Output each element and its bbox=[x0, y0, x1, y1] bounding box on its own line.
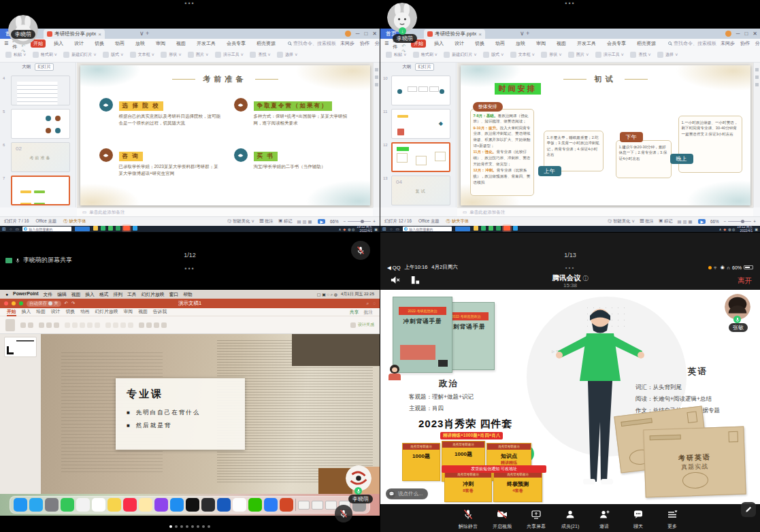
taskbar-wps-active[interactable] bbox=[503, 226, 510, 231]
toolbar-演示工具[interactable]: 演示工具 ∨ bbox=[215, 52, 244, 58]
ribbon-tab-11[interactable]: 稻壳资源 bbox=[254, 39, 278, 48]
dock-item-photos[interactable] bbox=[76, 498, 90, 512]
ribbon-tab-3[interactable]: 设计 bbox=[452, 39, 467, 48]
account-avatar[interactable] bbox=[725, 31, 731, 37]
toolbar-members[interactable]: 成员(21) bbox=[557, 509, 584, 532]
toolbar-文本框[interactable]: 文本框 ∨ bbox=[130, 52, 155, 58]
ppt-tab-动画[interactable]: 动画 bbox=[80, 308, 90, 316]
toolbar-cam-off[interactable]: 开启视频 bbox=[489, 509, 516, 532]
leave-meeting-button[interactable]: 离开 bbox=[738, 276, 752, 286]
slide-canvas-prep[interactable]: 考前准备 选 择 院 校根据自己的真实意图以及考研科目选择院校，这可能会是一个很… bbox=[80, 65, 370, 205]
missing-font-warning[interactable]: Ⓣ缺失字体 bbox=[446, 218, 469, 225]
ribbon-tab-5[interactable]: 动画 bbox=[112, 39, 127, 48]
new-tab-button[interactable]: ∨ + bbox=[520, 30, 529, 37]
taskbar-app-green-3[interactable] bbox=[496, 226, 501, 231]
gallery-dot[interactable] bbox=[208, 525, 210, 528]
outline-tab[interactable]: 大纲 bbox=[22, 64, 31, 70]
menu-文件[interactable]: 文件 bbox=[44, 291, 53, 298]
design-ideas-button[interactable]: 设计灵感 bbox=[350, 322, 374, 328]
gallery-dot[interactable] bbox=[180, 525, 183, 528]
toolbar-新建幻灯片[interactable]: 新建幻灯片 ∨ bbox=[63, 52, 97, 58]
toolbar-图片[interactable]: 图片 ∨ bbox=[568, 52, 589, 58]
taskbar-folder[interactable] bbox=[93, 226, 98, 231]
gallery-dot[interactable] bbox=[169, 525, 172, 528]
taskbar-search-icon[interactable]: ○ bbox=[390, 227, 393, 231]
share-button[interactable]: 分享 bbox=[375, 40, 380, 47]
dock-item-messages[interactable] bbox=[61, 498, 74, 512]
dock-item-reminders[interactable] bbox=[108, 498, 121, 512]
menu-视图[interactable]: 视图 bbox=[71, 291, 81, 298]
tab-close-icon[interactable]: × bbox=[478, 31, 482, 37]
toolbar-版式[interactable]: 版式 ∨ bbox=[103, 52, 124, 58]
slides-group[interactable] bbox=[39, 322, 59, 328]
ppt-tab-绘图[interactable]: 绘图 bbox=[36, 308, 46, 316]
taskbar-search-box[interactable]: e输入你想搜索的 bbox=[22, 227, 71, 231]
taskbar-app-blue[interactable] bbox=[513, 226, 518, 231]
ribbon-tab-3[interactable]: 设计 bbox=[71, 39, 86, 48]
menu-帮助[interactable]: 帮助 bbox=[183, 291, 193, 298]
ribbon-tab-10[interactable]: 会员专享 bbox=[604, 39, 629, 48]
taskbar-widget[interactable] bbox=[455, 227, 470, 231]
mute-toggle-button[interactable] bbox=[335, 505, 352, 522]
slideshow-play-button[interactable]: ▶ bbox=[698, 219, 706, 224]
slides-tab[interactable]: 幻灯片 bbox=[415, 63, 434, 71]
menu-格式[interactable]: 格式 bbox=[99, 291, 109, 298]
gallery-dot[interactable] bbox=[175, 525, 178, 528]
overflow-dots[interactable]: ••• bbox=[184, 265, 195, 272]
dock-item-launchpad[interactable] bbox=[45, 498, 59, 512]
gallery-dot[interactable] bbox=[191, 525, 194, 528]
taskbar-app-green-2[interactable] bbox=[108, 226, 113, 231]
tray-icons[interactable]: ▢ ▣ ◌ ⌕ ◍ bbox=[317, 292, 337, 297]
clipboard-group[interactable] bbox=[20, 322, 33, 328]
menu-插入[interactable]: 插入 bbox=[85, 291, 95, 298]
task-view-icon[interactable]: ▭ bbox=[16, 227, 20, 231]
taskbar-wps-active[interactable] bbox=[123, 226, 130, 231]
notification-icon[interactable]: ▣ bbox=[374, 227, 378, 231]
overflow-dots[interactable]: ••• bbox=[184, 0, 195, 7]
paste-button[interactable] bbox=[5, 319, 15, 331]
task-view-icon[interactable]: ▭ bbox=[396, 227, 400, 231]
toolbar-查找[interactable]: 查找 ∨ bbox=[630, 52, 651, 58]
toolbar-查找[interactable]: 查找 ∨ bbox=[250, 52, 271, 58]
dock-minimized-window[interactable] bbox=[325, 501, 337, 510]
taskbar-app-green-3[interactable] bbox=[116, 226, 120, 231]
sync-status[interactable]: 未同步 bbox=[721, 40, 735, 47]
menu-编辑[interactable]: 编辑 bbox=[57, 291, 67, 298]
gallery-dot[interactable] bbox=[197, 525, 199, 528]
slide-thumbnail[interactable] bbox=[4, 337, 37, 357]
right-sidebar[interactable] bbox=[753, 63, 760, 207]
taskbar-search-box[interactable]: e输入你想搜索的 bbox=[403, 227, 452, 231]
taskbar-app-green-1[interactable] bbox=[101, 226, 105, 231]
toolbar-图片[interactable]: 图片 ∨ bbox=[188, 52, 209, 58]
toolbar-格式刷[interactable]: 格式刷 ∨ bbox=[413, 52, 438, 58]
overflow-dots[interactable]: ••• bbox=[565, 0, 575, 7]
new-tab-button[interactable]: ∨ + bbox=[139, 30, 149, 37]
insert-group[interactable] bbox=[139, 322, 167, 328]
toolbar-新建幻灯片[interactable]: 新建幻灯片 ∨ bbox=[444, 52, 477, 58]
slide-thumbnail[interactable]: ◆ bbox=[391, 109, 450, 139]
toolbar-形状[interactable]: 形状 ∨ bbox=[161, 52, 182, 58]
dock-item-apple-tv[interactable] bbox=[186, 498, 199, 512]
view-mode-buttons[interactable]: ▤▥▦ bbox=[678, 219, 694, 224]
taskbar-search-icon[interactable]: ○ bbox=[10, 227, 12, 231]
toolbar-mic-off[interactable]: 解除静音 bbox=[455, 509, 482, 532]
slideshow-play-button[interactable]: ▶ bbox=[318, 219, 325, 224]
taskbar-widget[interactable] bbox=[75, 227, 90, 231]
hamburger-menu-icon[interactable]: ☰ bbox=[4, 41, 8, 46]
command-search[interactable]: 查找命令、搜索模板 bbox=[288, 40, 336, 47]
dock-minimized-window[interactable] bbox=[298, 501, 310, 510]
dock-minimized-window[interactable] bbox=[312, 501, 323, 510]
toolbar-版式[interactable]: 版式 ∨ bbox=[483, 52, 504, 58]
view-mode-buttons[interactable]: ▤▥▦ bbox=[297, 219, 314, 224]
beautify-button[interactable]: ◎ 智能美化 ∨ bbox=[227, 218, 254, 225]
menu-排列[interactable]: 排列 bbox=[113, 291, 122, 298]
slide-canvas-exam[interactable]: 初试 时间安排 整体安排 7-8月：基础。看政治网课（强化班）、知识梳理、做英语… bbox=[461, 65, 750, 205]
gallery-dot[interactable] bbox=[186, 525, 188, 528]
dock-item-powerpoint[interactable] bbox=[280, 498, 293, 512]
taskbar-app-green-1[interactable] bbox=[481, 226, 486, 231]
ribbon-tab-6[interactable]: 放映 bbox=[513, 39, 528, 48]
dock-item-finder[interactable] bbox=[14, 498, 27, 512]
outline-tab[interactable]: 大纲 bbox=[402, 64, 411, 70]
dock-item-voice-memos[interactable] bbox=[201, 498, 215, 512]
share-button[interactable]: 共享 bbox=[350, 309, 359, 316]
